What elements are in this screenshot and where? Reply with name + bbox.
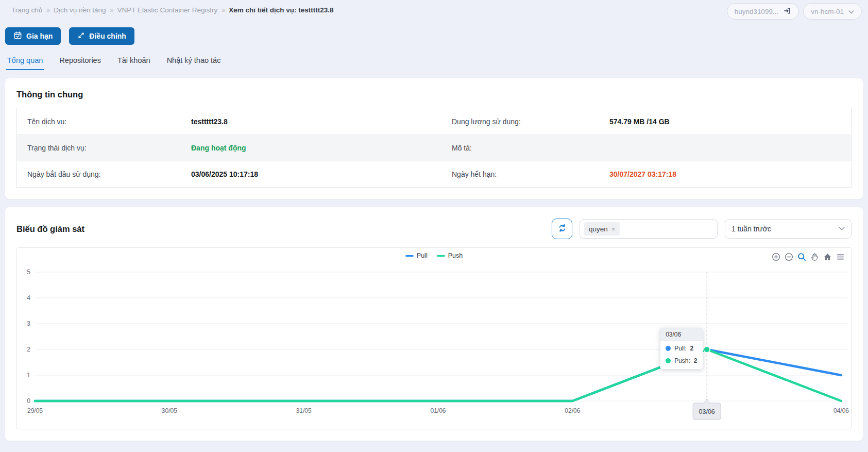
- usage-label: Dung lượng sử dụng:: [441, 118, 609, 126]
- status-value: Đang hoạt động: [191, 144, 441, 152]
- chart-tooltip: 03/06 Pull: 2 Push: 2: [660, 328, 703, 370]
- adjust-button[interactable]: Điều chỉnh: [69, 27, 134, 45]
- status-label: Trạng thái dịch vụ:: [17, 144, 191, 152]
- chevron-down-icon: [848, 8, 854, 15]
- start-date-value: 03/06/2025 10:17:18: [191, 170, 441, 178]
- expiry-date-value: 30/07/2027 03:17:18: [609, 170, 851, 178]
- zoom-out-icon[interactable]: [785, 253, 793, 261]
- svg-text:31/05: 31/05: [296, 407, 312, 414]
- usage-value: 574.79 MB /14 GB: [609, 118, 851, 126]
- home-icon[interactable]: [823, 253, 832, 261]
- tooltip-pull-value: 2: [690, 345, 694, 352]
- svg-text:4: 4: [27, 294, 30, 302]
- svg-text:5: 5: [27, 269, 30, 276]
- svg-text:1: 1: [27, 372, 30, 379]
- table-row: Trạng thái dịch vụ: Đang hoạt động Mô tả…: [17, 135, 851, 161]
- svg-text:02/06: 02/06: [565, 407, 580, 414]
- resize-arrows-icon: [77, 31, 85, 41]
- pull-dot-icon: [666, 346, 671, 351]
- sign-in-icon: [783, 7, 791, 16]
- monitoring-card: Biểu đồ giám sát quyen ×: [5, 207, 863, 441]
- region-selector[interactable]: vn-hcm-01: [803, 3, 862, 20]
- svg-text:30/05: 30/05: [162, 407, 177, 414]
- general-info-title: Thông tin chung: [16, 90, 852, 99]
- svg-text:04/06: 04/06: [833, 407, 849, 414]
- region-label: vn-hcm-01: [811, 8, 844, 15]
- breadcrumb-separator: »: [46, 7, 49, 14]
- page: Trang chủ » Dịch vụ nền tảng » VNPT Elas…: [0, 0, 868, 441]
- topbar-controls: huynd31099... vn-hcm-01: [727, 3, 862, 20]
- tab-bar: Tổng quan Repositories Tài khoản Nhật ký…: [6, 54, 863, 70]
- renew-button[interactable]: Gia hạn: [5, 27, 61, 45]
- breadcrumb-registry[interactable]: VNPT Elastic Container Registry: [117, 6, 218, 14]
- tab-accounts[interactable]: Tài khoản: [116, 54, 151, 70]
- filter-tag-label: quyen: [589, 225, 608, 233]
- push-series-label: Push: [448, 252, 463, 259]
- pull-series-label: Pull: [417, 252, 428, 259]
- refresh-button[interactable]: [552, 219, 572, 239]
- monitoring-chart[interactable]: Pull Push: [16, 247, 852, 429]
- tooltip-row-pull: Pull: 2: [666, 345, 697, 352]
- svg-text:01/06: 01/06: [430, 407, 446, 414]
- service-name-label: Tên dịch vụ:: [17, 118, 191, 126]
- monitoring-header: Biểu đồ giám sát quyen ×: [16, 219, 852, 239]
- pull-series-swatch: [405, 255, 414, 257]
- close-icon[interactable]: ×: [611, 225, 616, 233]
- breadcrumb-current: Xem chi tiết dịch vụ: testtttt23.8: [229, 6, 333, 14]
- breadcrumb-home[interactable]: Trang chủ: [11, 6, 42, 14]
- zoom-in-icon[interactable]: [772, 253, 780, 261]
- service-name-value: testtttt23.8: [191, 118, 441, 126]
- time-range-value: 1 tuần trước: [731, 225, 771, 233]
- svg-text:2: 2: [27, 346, 30, 353]
- selection-zoom-icon[interactable]: [797, 253, 806, 261]
- pan-icon[interactable]: [810, 253, 819, 261]
- calendar-check-icon: [13, 31, 22, 41]
- breadcrumb: Trang chủ » Dịch vụ nền tảng » VNPT Elas…: [11, 3, 334, 14]
- tooltip-push-value: 2: [694, 357, 697, 364]
- svg-text:29/05: 29/05: [27, 407, 43, 414]
- account-label: huynd31099...: [735, 8, 779, 15]
- top-bar: Trang chủ » Dịch vụ nền tảng » VNPT Elas…: [5, 0, 863, 20]
- breadcrumb-platform-services[interactable]: Dịch vụ nền tảng: [54, 6, 106, 14]
- tooltip-body: Pull: 2 Push: 2: [660, 341, 703, 369]
- breadcrumb-separator: »: [110, 7, 113, 14]
- tooltip-pull-label: Pull:: [674, 345, 686, 352]
- push-dot-icon: [666, 358, 671, 363]
- tooltip-header: 03/06: [660, 328, 703, 341]
- action-buttons: Gia hạn Điều chỉnh: [5, 27, 863, 45]
- adjust-button-label: Điều chỉnh: [89, 32, 126, 40]
- description-label: Mô tả:: [441, 144, 609, 152]
- chart-legend: Pull Push: [17, 252, 851, 259]
- start-date-label: Ngày bắt đầu sử dụng:: [17, 170, 191, 178]
- svg-text:0: 0: [27, 397, 30, 405]
- monitoring-controls: quyen × 1 tuần trước: [552, 219, 852, 239]
- legend-item-push[interactable]: Push: [437, 252, 463, 259]
- push-series-swatch: [437, 255, 445, 257]
- table-row: Ngày bắt đầu sử dụng: 03/06/2025 10:17:1…: [17, 161, 851, 187]
- chart-canvas[interactable]: 01234529/0530/0531/0501/0602/0604/0603/0…: [17, 248, 851, 429]
- metric-filter-input[interactable]: quyen ×: [580, 219, 718, 239]
- info-table: Tên dịch vụ: testtttt23.8 Dung lượng sử …: [16, 108, 852, 188]
- refresh-icon: [557, 223, 567, 235]
- expiry-date-label: Ngày hết hạn:: [441, 170, 609, 178]
- chevron-down-icon: [839, 227, 845, 231]
- monitoring-title: Biểu đồ giám sát: [16, 224, 84, 234]
- breadcrumb-separator: »: [222, 7, 225, 14]
- table-row: Tên dịch vụ: testtttt23.8 Dung lượng sử …: [17, 108, 851, 135]
- time-range-select[interactable]: 1 tuần trước: [725, 219, 852, 239]
- metric-filter-text[interactable]: [623, 224, 713, 234]
- menu-icon[interactable]: [836, 253, 845, 261]
- tab-repositories[interactable]: Repositories: [58, 54, 102, 70]
- general-info-card: Thông tin chung Tên dịch vụ: testtttt23.…: [5, 78, 863, 199]
- chart-toolbar: [772, 253, 845, 261]
- tab-activity-log[interactable]: Nhật ký thao tác: [166, 54, 222, 70]
- filter-tag-chip[interactable]: quyen ×: [584, 222, 620, 236]
- tooltip-row-push: Push: 2: [666, 357, 697, 364]
- svg-text:3: 3: [27, 320, 30, 327]
- svg-text:03/06: 03/06: [699, 408, 715, 415]
- tab-overview[interactable]: Tổng quan: [6, 54, 44, 70]
- renew-button-label: Gia hạn: [26, 32, 53, 40]
- tooltip-push-label: Push:: [674, 357, 690, 364]
- legend-item-pull[interactable]: Pull: [405, 252, 428, 259]
- account-button[interactable]: huynd31099...: [727, 3, 799, 20]
